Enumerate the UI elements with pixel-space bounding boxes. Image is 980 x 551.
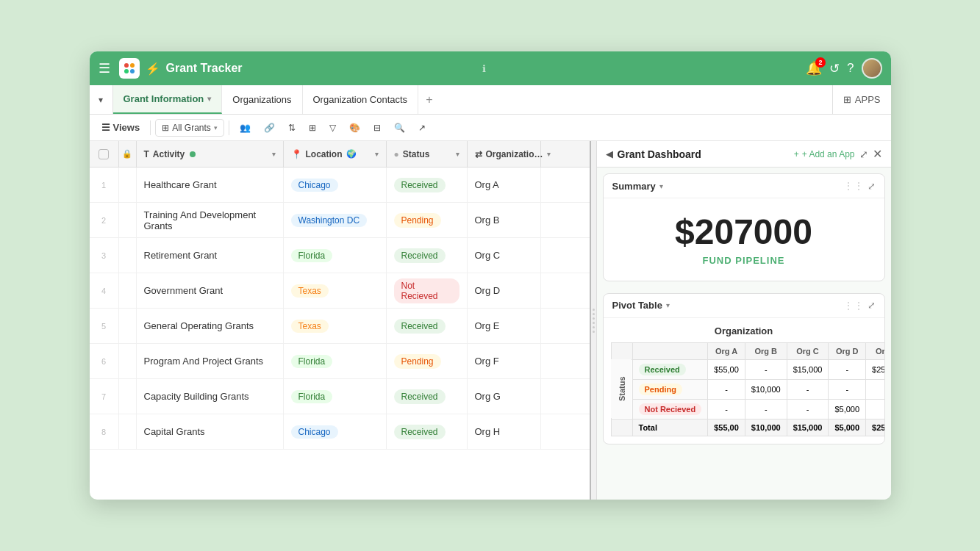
pivot-total-cell: $15,000	[787, 419, 829, 436]
status-tag: Received	[394, 319, 446, 334]
row-lock	[119, 203, 137, 237]
people-icon-btn[interactable]: 👥	[234, 120, 257, 136]
row-number: 2	[90, 203, 119, 237]
row-location: Florida	[284, 344, 387, 378]
link-icon: 🔗	[264, 123, 275, 133]
summary-body: $207000 FUND PIPELINE	[604, 198, 884, 281]
table-row[interactable]: 8 Capital Grants Chicago Received Org H	[90, 414, 590, 450]
row-lock	[119, 414, 137, 449]
row-lock	[119, 238, 137, 273]
table-row[interactable]: 5 General Operating Grants Texas Receive…	[90, 309, 590, 344]
th-status[interactable]: ● Status ▾	[387, 141, 468, 167]
table-row[interactable]: 1 Healthcare Grant Chicago Received Org …	[90, 168, 590, 203]
pivot-cell: $15,000	[787, 359, 829, 379]
select-all-checkbox[interactable]	[99, 149, 109, 159]
views-button[interactable]: ☰ Views	[96, 119, 146, 136]
panel-close-icon[interactable]: ✕	[873, 147, 882, 161]
location-tag: Florida	[291, 249, 333, 262]
th-checkbox[interactable]	[90, 141, 119, 167]
activity-resize-handle[interactable]	[280, 141, 283, 167]
tab-grant-information[interactable]: Grant Information ▾	[113, 85, 223, 114]
panel-collapse-icon[interactable]: ◀	[606, 148, 613, 159]
link-icon-btn[interactable]: 🔗	[258, 120, 281, 136]
panel-expand-icon[interactable]: ⤢	[859, 148, 868, 160]
row-location: Texas	[284, 309, 387, 343]
table-row[interactable]: 3 Retirement Grant Florida Received Org …	[90, 238, 590, 273]
status-tag: Received	[394, 389, 446, 404]
summary-label: FUND PIPELINE	[703, 255, 785, 266]
summary-widget-header: Summary ▾ ⋮⋮ ⤢	[604, 174, 884, 198]
th-organization[interactable]: ⇄ Organizatio… ▾	[468, 141, 541, 167]
row-status: Received	[387, 238, 468, 273]
th-location[interactable]: 📍 Location 🌍 ▾	[284, 141, 387, 167]
info-icon[interactable]: ℹ	[482, 63, 486, 74]
panel-resize-handle[interactable]	[591, 141, 597, 500]
avatar[interactable]	[862, 58, 882, 79]
row-status: Pending	[387, 344, 468, 378]
summary-drag-handle[interactable]: ⋮⋮	[843, 180, 864, 192]
top-bar-actions: 🔔 2 ↺ ?	[806, 58, 881, 79]
table-header-row: 🔒 T Activity ▾ 📍 Location 🌍 ▾	[90, 141, 590, 168]
status-tag: Received	[394, 178, 446, 192]
row-activity: Retirement Grant	[137, 238, 284, 273]
row-activity: Capital Grants	[137, 414, 284, 449]
funnel-icon-btn[interactable]: ▽	[323, 120, 342, 136]
columns-icon-btn[interactable]: ⊟	[368, 120, 387, 136]
tab-org-contacts[interactable]: Organization Contacts	[303, 85, 419, 114]
th-activity-label: Activity	[153, 149, 185, 159]
location-resize-handle[interactable]	[383, 141, 386, 167]
pivot-cell: -	[787, 399, 829, 419]
table-row[interactable]: 7 Capacity Building Grants Florida Recei…	[90, 379, 590, 414]
row-activity: Healthcare Grant	[137, 168, 284, 202]
tab-scroll-left[interactable]: ▾	[90, 85, 113, 114]
th-activity[interactable]: T Activity ▾	[137, 141, 284, 167]
tab-add-button[interactable]: +	[418, 85, 440, 114]
row-location: Florida	[284, 238, 387, 273]
pivot-expand-icon[interactable]: ⤢	[868, 300, 876, 311]
table-row[interactable]: 4 Government Grant Texas Not Recieved Or…	[90, 273, 590, 309]
table-icon-btn[interactable]: ⊞	[303, 120, 322, 136]
row-status: Received	[387, 168, 468, 202]
pivot-th-col: Org B	[745, 342, 787, 359]
pivot-th-empty	[611, 342, 632, 359]
drag-dots	[591, 309, 596, 333]
pivot-org-label: Organization	[611, 325, 877, 336]
table-row[interactable]: 6 Program And Project Grants Florida Pen…	[90, 344, 590, 379]
pivot-caret[interactable]: ▾	[666, 301, 670, 309]
location-tag: Florida	[291, 355, 333, 368]
pivot-th-col: Org E	[866, 342, 884, 359]
org-resize-handle[interactable]	[537, 141, 540, 167]
pivot-drag-handle[interactable]: ⋮⋮	[843, 300, 864, 311]
pivot-cell: -	[829, 379, 866, 399]
summary-caret[interactable]: ▾	[659, 182, 663, 190]
history-icon[interactable]: ↺	[829, 61, 840, 76]
tabs-row: ▾ Grant Information ▾ Organizations Orga…	[90, 85, 891, 115]
tab-org-contacts-label: Organization Contacts	[313, 94, 408, 105]
summary-expand-icon[interactable]: ⤢	[868, 181, 876, 192]
tab-organizations-label: Organizations	[232, 94, 291, 105]
row-location: Washington DC	[284, 203, 387, 237]
palette-icon: 🎨	[349, 123, 360, 133]
notifications-button[interactable]: 🔔 2	[806, 60, 822, 76]
status-resize-handle[interactable]	[464, 141, 467, 167]
apps-button[interactable]: ⊞ APPS	[832, 85, 891, 114]
all-grants-button[interactable]: ⊞ All Grants ▾	[155, 119, 224, 137]
row-lock	[119, 273, 137, 308]
filter-icon-btn[interactable]: ⇅	[282, 120, 301, 136]
help-icon[interactable]: ?	[847, 61, 854, 76]
app-window: ☰ ⚡ Grant Tracker ℹ 🔔 2 ↺ ? ▾	[90, 51, 891, 500]
row-org: Org C	[468, 238, 541, 273]
palette-icon-btn[interactable]: 🎨	[343, 120, 366, 136]
row-org: Org F	[468, 344, 541, 378]
table-row[interactable]: 2 Training And Development Grants Washin…	[90, 203, 590, 238]
row-number: 3	[90, 238, 119, 273]
pivot-cell: $55,00	[708, 359, 745, 379]
add-app-button[interactable]: + + Add an App	[794, 149, 855, 159]
share-icon-btn[interactable]: ↗	[412, 120, 432, 136]
hamburger-icon[interactable]: ☰	[99, 60, 110, 76]
search-icon-btn[interactable]: 🔍	[388, 120, 411, 136]
pivot-table: Org AOrg BOrg COrg DOrg EStatusReceived$…	[611, 342, 884, 436]
tab-organizations[interactable]: Organizations	[222, 85, 302, 114]
th-activity-caret: ▾	[272, 151, 276, 158]
location-tag: Chicago	[291, 425, 338, 439]
